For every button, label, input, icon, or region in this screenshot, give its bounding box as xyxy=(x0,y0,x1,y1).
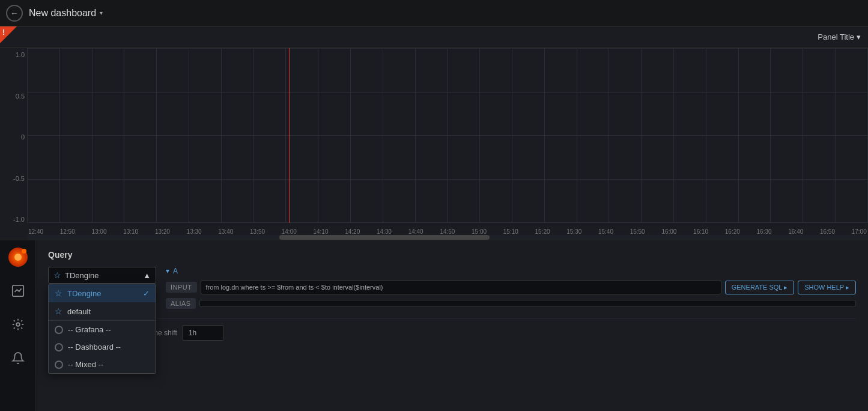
dropdown-trigger-inner: ☆ TDengine xyxy=(53,270,99,280)
v-line xyxy=(706,48,706,223)
x-label: 14:10 xyxy=(313,228,328,235)
sidebar-icon-settings[interactable] xyxy=(7,314,29,335)
item-label-default: default xyxy=(67,307,91,316)
x-label: 13:50 xyxy=(250,228,265,235)
generate-sql-button[interactable]: GENERATE SQL ▸ xyxy=(725,281,794,294)
dropdown-item-dashboard[interactable]: -- Dashboard -- xyxy=(49,338,156,356)
chart-area: Panel Title ▾ 1.0 0.5 0 -0.5 -1.0 xyxy=(0,26,868,240)
v-line xyxy=(253,48,254,223)
x-label: 17:00 xyxy=(852,228,867,235)
item-label-grafana: -- Grafana -- xyxy=(68,325,111,334)
section-a-chevron: ▾ xyxy=(166,267,169,275)
item-star-icon: ☆ xyxy=(55,288,62,298)
v-line xyxy=(318,48,318,223)
datasource-dropdown-trigger[interactable]: ☆ TDengine ▲ xyxy=(48,267,156,284)
x-label: 14:20 xyxy=(345,228,360,235)
v-line xyxy=(156,48,157,223)
x-label: 12:50 xyxy=(60,228,75,235)
datasource-selected-label: TDengine xyxy=(65,271,99,280)
dropdown-item-tdengine[interactable]: ☆ TDengine ✓ xyxy=(49,284,156,302)
dashboard-title: New dashboard ▾ xyxy=(29,8,103,19)
panel-title-text: Panel Title xyxy=(818,32,854,41)
back-button[interactable]: ← xyxy=(6,5,23,22)
v-line xyxy=(27,48,28,223)
x-label: 14:00 xyxy=(282,228,297,235)
query-text-input[interactable]: from log.dn where ts >= $from and ts < $… xyxy=(201,280,721,294)
item-star-icon: ☆ xyxy=(55,306,62,316)
dropdown-item-grafana[interactable]: -- Grafana -- xyxy=(49,321,156,338)
v-line xyxy=(285,48,286,223)
dashboard-title-text: New dashboard xyxy=(29,8,96,19)
back-icon: ← xyxy=(10,8,19,18)
x-label: 15:00 xyxy=(472,228,487,235)
section-a-toggle[interactable]: ▾ A xyxy=(166,267,856,275)
v-line xyxy=(479,48,480,223)
query-section: Query ☆ TDengine ▲ ☆ TDengine xyxy=(36,240,868,411)
v-line xyxy=(92,48,93,223)
time-shift-input[interactable] xyxy=(182,325,224,341)
panel-title-arrow: ▾ xyxy=(857,32,861,41)
y-label-1: 1.0 xyxy=(2,51,25,58)
x-label: 12:40 xyxy=(28,228,43,235)
vertical-lines xyxy=(27,48,868,223)
query-label: Query xyxy=(48,250,856,260)
v-line xyxy=(221,48,222,223)
chart-icon xyxy=(11,284,25,297)
x-label: 15:30 xyxy=(566,228,581,235)
dashboard-dropdown-arrow[interactable]: ▾ xyxy=(100,10,103,16)
bell-icon xyxy=(11,352,25,365)
x-label: 14:40 xyxy=(408,228,423,235)
scrollbar-track[interactable] xyxy=(27,235,868,240)
query-a-section: ▾ A INPUT from log.dn where ts >= $from … xyxy=(166,267,856,312)
x-label: 15:20 xyxy=(535,228,550,235)
v-line xyxy=(544,48,545,223)
x-label: 15:10 xyxy=(503,228,518,235)
v-line xyxy=(383,48,383,223)
dropdown-item-mixed[interactable]: -- Mixed -- xyxy=(49,356,156,373)
notification-dot xyxy=(22,249,26,254)
datasource-dropdown-menu: ☆ TDengine ✓ ☆ default -- Grafana -- xyxy=(48,284,156,374)
item-db-icon xyxy=(55,343,63,352)
x-label: 13:00 xyxy=(91,228,106,235)
scrollbar-thumb[interactable] xyxy=(279,235,490,240)
v-line xyxy=(59,48,60,223)
datasource-star-icon: ☆ xyxy=(53,270,61,280)
x-label: 14:50 xyxy=(440,228,455,235)
red-cursor-line xyxy=(289,48,290,223)
sidebar-icon-chart[interactable] xyxy=(7,280,29,302)
v-line xyxy=(189,48,189,223)
x-label: 16:40 xyxy=(788,228,803,235)
item-db-icon xyxy=(55,326,63,334)
alias-label-badge: ALIAS xyxy=(166,298,196,309)
x-label: 16:20 xyxy=(725,228,740,235)
y-label-2: 0.5 xyxy=(2,93,25,100)
x-label: 16:00 xyxy=(661,228,676,235)
v-line xyxy=(835,48,836,223)
alias-input[interactable] xyxy=(199,300,856,307)
v-line xyxy=(609,48,609,223)
v-line xyxy=(738,48,739,223)
dropdown-item-default[interactable]: ☆ default xyxy=(49,302,156,320)
v-line xyxy=(770,48,771,223)
sidebar-icon-alerts[interactable] xyxy=(7,347,29,369)
x-label: 13:30 xyxy=(187,228,202,235)
v-line xyxy=(350,48,351,223)
gear-icon xyxy=(11,318,25,331)
v-line xyxy=(124,48,124,223)
v-line xyxy=(415,48,416,223)
svg-point-1 xyxy=(16,323,20,326)
x-label: 16:30 xyxy=(757,228,772,235)
item-label-tdengine: TDengine xyxy=(67,289,101,298)
x-label: 13:20 xyxy=(155,228,170,235)
panel-title[interactable]: Panel Title ▾ xyxy=(818,32,861,41)
sidebar-icon-grafana[interactable] xyxy=(7,246,29,268)
v-line xyxy=(512,48,512,223)
alias-row: ALIAS xyxy=(166,298,856,309)
v-line xyxy=(803,48,803,223)
section-a-label: A xyxy=(173,267,178,275)
item-label-dashboard: -- Dashboard -- xyxy=(68,342,121,352)
input-row: INPUT from log.dn where ts >= $from and … xyxy=(166,280,856,294)
show-help-button[interactable]: SHOW HELP ▸ xyxy=(798,281,856,294)
y-axis: 1.0 0.5 0 -0.5 -1.0 xyxy=(0,48,27,240)
chart-body: 1.0 0.5 0 -0.5 -1.0 xyxy=(0,48,868,240)
